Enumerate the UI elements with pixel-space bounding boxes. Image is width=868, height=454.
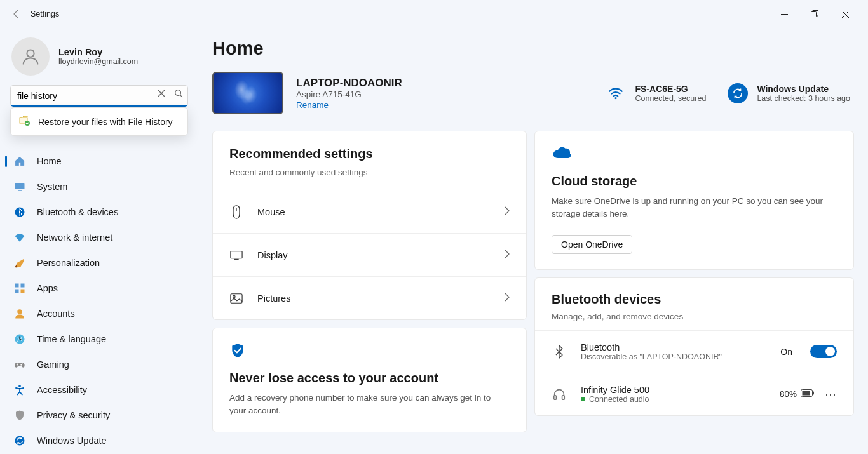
sidebar-item-home[interactable]: Home — [5, 149, 193, 174]
sidebar-item-label: Accessibility — [37, 385, 87, 395]
update-sub: Last checked: 3 hours ago — [757, 94, 850, 103]
update-icon — [728, 83, 748, 103]
search-dropdown: Restore your files with File History — [10, 107, 188, 136]
sidebar-item-gaming[interactable]: Gaming — [5, 352, 193, 377]
sidebar-item-accounts[interactable]: Accounts — [5, 301, 193, 326]
sidebar-item-label: Network & internet — [37, 232, 112, 243]
svg-point-14 — [22, 363, 23, 364]
sidebar-item-personalization[interactable]: Personalization — [5, 250, 193, 276]
svg-point-2 — [175, 90, 181, 96]
close-icon — [842, 11, 849, 18]
open-onedrive-button[interactable]: Open OneDrive — [552, 235, 632, 254]
svg-rect-25 — [803, 391, 810, 396]
sidebar-item-label: Gaming — [37, 359, 69, 370]
system-icon — [14, 181, 25, 192]
time-icon — [14, 333, 25, 345]
svg-point-16 — [18, 385, 21, 387]
svg-point-1 — [27, 50, 34, 57]
sidebar-item-apps[interactable]: Apps — [5, 276, 193, 301]
profile-email: lloydrlevin@gmail.com — [58, 57, 138, 66]
sidebar-item-network[interactable]: Network & internet — [5, 225, 193, 250]
rename-link[interactable]: Rename — [296, 100, 402, 110]
svg-rect-11 — [21, 290, 25, 293]
account-recovery-card: Never lose access to your account Add a … — [212, 328, 527, 432]
cloud-text: Make sure OneDrive is up and running on … — [552, 195, 837, 221]
bluetooth-title: Bluetooth devices — [552, 292, 837, 307]
sidebar-item-privacy[interactable]: Privacy & security — [5, 403, 193, 428]
home-icon — [14, 156, 25, 167]
update-icon — [14, 435, 25, 446]
svg-rect-10 — [15, 290, 19, 293]
recommended-item[interactable]: Mouse — [213, 190, 526, 233]
sidebar-item-label: Accounts — [37, 309, 75, 319]
minimize-button[interactable] — [775, 5, 793, 23]
apps-icon — [14, 283, 25, 294]
person-icon — [21, 47, 40, 66]
svg-rect-9 — [21, 284, 25, 288]
chevron-right-icon — [505, 206, 510, 217]
headphones-icon — [552, 387, 567, 401]
rec-item-icon — [229, 293, 243, 304]
sidebar-item-update[interactable]: Windows Update — [5, 428, 193, 453]
device-model: Aspire A715-41G — [296, 90, 402, 99]
svg-rect-0 — [811, 12, 817, 17]
svg-point-4 — [25, 121, 30, 126]
clear-icon[interactable] — [158, 89, 165, 100]
accounts-icon — [14, 308, 25, 319]
bluetooth-toggle-row[interactable]: Bluetooth Discoverable as "LAPTOP-NDOAON… — [535, 330, 853, 373]
update-label: Windows Update — [757, 84, 850, 94]
restore-icon — [811, 10, 818, 18]
maximize-button[interactable] — [806, 5, 824, 23]
personalization-icon — [14, 257, 25, 269]
bluetooth-device-row[interactable]: Infinity Glide 500 Connected audio 80% ⋯ — [535, 373, 853, 415]
bluetooth-toggle[interactable] — [810, 345, 837, 358]
avatar — [11, 37, 50, 76]
sidebar-item-accessibility[interactable]: Accessibility — [5, 377, 193, 403]
window-title: Settings — [28, 10, 59, 18]
sidebar-item-label: Bluetooth & devices — [37, 207, 118, 217]
search-icon[interactable] — [174, 89, 183, 100]
search-result-label: Restore your files with File History — [38, 117, 173, 127]
recommended-title: Recommended settings — [229, 147, 510, 161]
wifi-status[interactable]: FS-AC6E-5G Connected, secured — [606, 83, 706, 103]
svg-point-12 — [17, 309, 22, 314]
svg-point-21 — [233, 295, 236, 298]
recommended-sub: Recent and commonly used settings — [229, 168, 510, 177]
update-status[interactable]: Windows Update Last checked: 3 hours ago — [728, 83, 850, 103]
cloud-icon — [552, 145, 837, 161]
bluetooth-toggle-sub: Discoverable as "LAPTOP-NDOAONIR" — [581, 352, 766, 361]
close-button[interactable] — [836, 5, 854, 23]
svg-point-15 — [20, 364, 22, 366]
svg-rect-6 — [18, 190, 22, 191]
sidebar-item-label: Privacy & security — [37, 410, 110, 420]
svg-rect-20 — [231, 293, 242, 303]
more-icon[interactable]: ⋯ — [818, 387, 837, 401]
sidebar-item-time[interactable]: Time & language — [5, 326, 193, 352]
recommended-card: Recommended settings Recent and commonly… — [212, 131, 527, 320]
rec-item-icon — [229, 205, 243, 219]
sidebar-item-bluetooth[interactable]: Bluetooth & devices — [5, 199, 193, 225]
minimize-icon — [781, 11, 788, 18]
recommended-item[interactable]: Pictures — [213, 276, 526, 319]
bluetooth-icon — [552, 345, 567, 359]
svg-rect-22 — [554, 395, 557, 399]
back-button[interactable] — [5, 3, 28, 25]
recommended-item[interactable]: Display — [213, 233, 526, 276]
bluetooth-sub: Manage, add, and remove devices — [552, 312, 837, 321]
shield-icon — [229, 342, 510, 361]
gaming-icon — [14, 359, 25, 370]
sidebar-item-label: System — [37, 182, 67, 192]
accessibility-icon — [14, 384, 25, 396]
sidebar-item-label: Apps — [37, 283, 58, 293]
svg-rect-5 — [15, 183, 25, 189]
search-result-item[interactable]: Restore your files with File History — [13, 110, 186, 133]
rec-item-label: Pictures — [257, 293, 491, 304]
rec-item-label: Display — [257, 250, 491, 260]
cloud-title: Cloud storage — [552, 174, 837, 189]
profile-header[interactable]: Levin Roy lloydrlevin@gmail.com — [0, 33, 198, 80]
wifi-icon — [606, 83, 626, 103]
sidebar-item-system[interactable]: System — [5, 174, 193, 199]
arrow-left-icon — [11, 9, 22, 19]
device-thumbnail[interactable] — [212, 72, 283, 114]
account-card-title: Never lose access to your account — [229, 371, 510, 385]
